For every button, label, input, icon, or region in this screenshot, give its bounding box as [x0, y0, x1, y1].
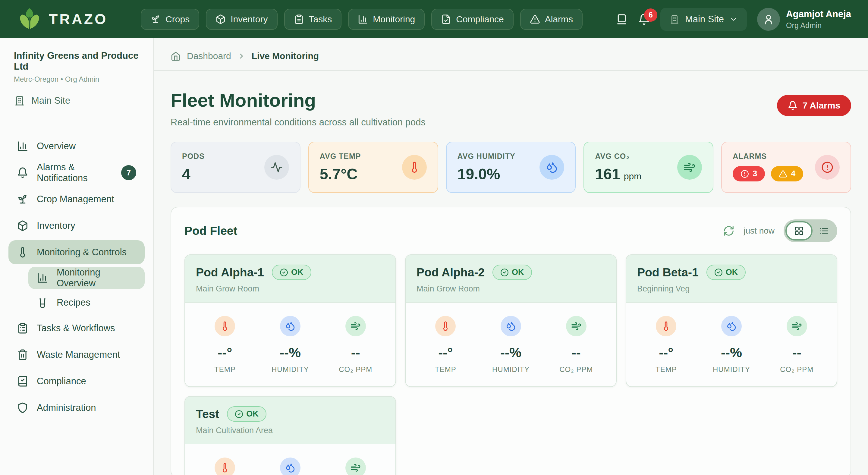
- wind-icon: [566, 316, 587, 336]
- view-toggle: [784, 219, 837, 242]
- check-circle-icon: [280, 268, 288, 277]
- pod-metric-co2: 642 CO₂ PPM: [323, 457, 388, 475]
- pod-co2-label: CO₂ PPM: [544, 365, 609, 374]
- topnav-tasks[interactable]: Tasks: [284, 9, 342, 30]
- pod-metric-temp: --° TEMP: [192, 316, 258, 374]
- wind-icon: [345, 316, 366, 336]
- pod-status-badge: OK: [493, 265, 532, 280]
- sidebar-item-tasks-workflows[interactable]: Tasks & Workflows: [8, 316, 145, 340]
- last-refreshed-label: just now: [744, 226, 775, 236]
- alert-circle-icon: [741, 170, 749, 178]
- pod-humidity-value: --%: [699, 345, 764, 360]
- sidebar-item-administration[interactable]: Administration: [8, 396, 145, 420]
- sidebar-item-label: Compliance: [37, 376, 86, 387]
- pod-temp-label: TEMP: [413, 365, 478, 374]
- alert-triangle-icon: [779, 170, 787, 178]
- org-name: Infinity Greens and Produce Ltd: [14, 50, 139, 72]
- stat-card-alarms: ALARMS 3 4: [721, 141, 851, 193]
- sidebar-item-monitoring-overview[interactable]: Monitoring Overview: [28, 267, 145, 289]
- pod-metric-humidity: --% HUMIDITY: [258, 316, 323, 374]
- grid-view-button[interactable]: [785, 221, 812, 241]
- building-icon: [670, 14, 680, 24]
- pod-metric-co2: -- CO₂ PPM: [323, 316, 388, 374]
- pod-metric-temp: --° TEMP: [633, 316, 699, 374]
- clipboard-icon: [294, 14, 304, 24]
- thermometer-icon: [215, 457, 235, 475]
- refresh-button[interactable]: [723, 225, 735, 236]
- top-header: TRAZO Crops Inventory Tasks Monitoring C…: [0, 0, 868, 38]
- pod-co2-value: --: [764, 345, 830, 360]
- stat-card-avg-co2: AVG CO₂ 161 ppm: [584, 141, 713, 193]
- laptop-icon: [616, 13, 628, 25]
- pod-location: Main Grow Room: [196, 284, 384, 293]
- sidebar-item-inventory[interactable]: Inventory: [8, 214, 145, 238]
- pod-status-badge: OK: [227, 406, 267, 422]
- stats-row: PODS 4 AVG TEMP 5.7°C AVG HUMIDITY 19.0%: [170, 141, 851, 193]
- pod-status-text: OK: [512, 267, 524, 277]
- alarms-count-badge: 7: [121, 165, 136, 180]
- topnav-crops[interactable]: Crops: [141, 9, 199, 30]
- pod-card-test[interactable]: Test OK Main Cultivation Area: [184, 396, 396, 475]
- user-menu[interactable]: Agamjot Aneja Org Admin: [757, 8, 851, 31]
- grid-icon: [794, 226, 804, 236]
- thermometer-icon: [656, 316, 676, 336]
- list-icon: [819, 226, 829, 236]
- pod-status-badge: OK: [272, 265, 311, 280]
- topnav-inventory[interactable]: Inventory: [206, 9, 277, 30]
- pod-temp-value: --°: [633, 345, 699, 360]
- org-block: Infinity Greens and Produce Ltd Metrc-Or…: [0, 38, 153, 120]
- sidebar-item-compliance[interactable]: Compliance: [8, 369, 145, 393]
- stat-value-number: 161: [595, 165, 620, 183]
- pod-co2-value: --: [544, 345, 609, 360]
- pod-metric-co2: -- CO₂ PPM: [544, 316, 609, 374]
- thermometer-icon: [215, 316, 235, 336]
- site-selector[interactable]: Main Site: [660, 8, 747, 31]
- sidebar-site[interactable]: Main Site: [14, 95, 139, 106]
- sidebar-item-recipes[interactable]: Recipes: [28, 291, 145, 314]
- topnav-monitoring[interactable]: Monitoring: [348, 9, 425, 30]
- notifications-button[interactable]: 6: [638, 13, 650, 25]
- user-name: Agamjot Aneja: [786, 8, 851, 20]
- file-check-icon: [441, 14, 451, 24]
- pod-card-beta-1[interactable]: Pod Beta-1 OK Beginning Veg: [626, 254, 837, 387]
- alarms-button-label: 7 Alarms: [802, 100, 840, 110]
- pod-fleet-panel: Pod Fleet just now: [170, 207, 851, 475]
- pod-temp-label: TEMP: [633, 365, 699, 374]
- breadcrumb-dashboard[interactable]: Dashboard: [187, 51, 231, 61]
- sidebar-item-waste-management[interactable]: Waste Management: [8, 343, 145, 367]
- sidebar-item-monitoring-controls[interactable]: Monitoring & Controls: [8, 240, 145, 264]
- pod-metric-temp: 22.8° TEMP: [192, 457, 258, 475]
- alert-triangle-icon: [530, 14, 540, 24]
- sidebar-item-label: Recipes: [57, 297, 90, 308]
- device-button[interactable]: [616, 13, 628, 25]
- clipboard-list-icon: [17, 322, 28, 334]
- check-circle-icon: [714, 268, 723, 277]
- pod-status-badge: OK: [707, 265, 746, 280]
- list-view-button[interactable]: [812, 221, 835, 241]
- check-circle-icon: [235, 410, 243, 418]
- pod-humidity-label: HUMIDITY: [699, 365, 764, 374]
- check-circle-icon: [500, 268, 509, 277]
- sidebar-nav: Overview Alarms & Notifications 7 Crop M…: [0, 120, 153, 436]
- pod-name: Test: [196, 408, 219, 421]
- topnav-alarms[interactable]: Alarms: [520, 9, 583, 30]
- page-heading: Fleet Monitoring Real-time environmental…: [170, 90, 426, 128]
- pod-card-alpha-2[interactable]: Pod Alpha-2 OK Main Grow Room: [405, 254, 617, 387]
- topnav-compliance[interactable]: Compliance: [431, 9, 513, 30]
- building-icon: [14, 95, 25, 106]
- warning-alarms-badge: 4: [771, 166, 803, 182]
- alarms-button[interactable]: 7 Alarms: [777, 95, 851, 116]
- pod-status-text: OK: [726, 267, 738, 277]
- pod-fleet-title: Pod Fleet: [184, 224, 238, 238]
- sidebar-item-crop-management[interactable]: Crop Management: [8, 187, 145, 211]
- topnav-label: Inventory: [230, 14, 268, 24]
- trash-icon: [17, 349, 28, 360]
- droplets-icon: [280, 457, 301, 475]
- sidebar-item-alarms-notifications[interactable]: Alarms & Notifications 7: [8, 161, 145, 185]
- warning-count: 4: [791, 169, 795, 179]
- sidebar-item-label: Crop Management: [37, 194, 114, 204]
- beaker-icon: [37, 297, 48, 308]
- pod-card-alpha-1[interactable]: Pod Alpha-1 OK Main Grow Room: [184, 254, 396, 387]
- pod-co2-label: CO₂ PPM: [323, 365, 388, 374]
- sidebar-item-overview[interactable]: Overview: [8, 134, 145, 158]
